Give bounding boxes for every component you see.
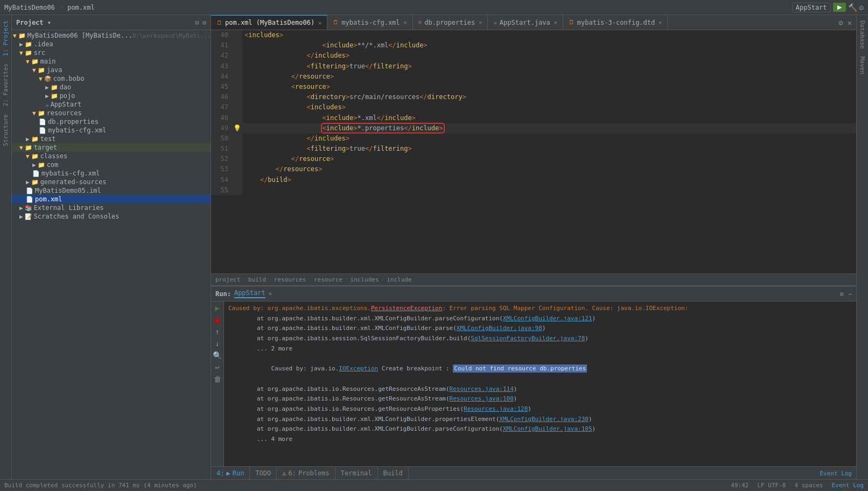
run-button[interactable]: ▶ bbox=[833, 3, 846, 12]
line-code-47: <includes> bbox=[242, 102, 856, 113]
link-xmlconfigbuilder-230[interactable]: XMLConfigBuilder.java:230 bbox=[499, 416, 589, 423]
breadcrumb-project[interactable]: project bbox=[215, 276, 240, 283]
collapse-all-icon[interactable]: ⊟ bbox=[195, 19, 199, 26]
settings-icon[interactable]: ⚙ bbox=[202, 19, 206, 26]
project-tool-tab[interactable]: 1: Project bbox=[1, 17, 10, 59]
structure-tool-tab[interactable]: Structure bbox=[1, 111, 10, 150]
run-wrap-btn[interactable]: ↩ bbox=[212, 362, 223, 373]
tree-item-main[interactable]: ▼ 📁 main bbox=[12, 57, 211, 66]
project-tree: ▼ 📁 MyBatisDemo06 [MyBatisDe... D:\works… bbox=[12, 30, 211, 479]
tree-item-appstart[interactable]: ☕ AppStart bbox=[12, 100, 211, 109]
tree-item-generated[interactable]: ▶ 📁 generated-sources bbox=[12, 178, 211, 186]
run-clear-btn[interactable]: 🗑 bbox=[212, 374, 223, 384]
tree-item-ext-libs[interactable]: ▶ 📚 External Libraries bbox=[12, 204, 211, 212]
event-log-status[interactable]: Event Log bbox=[831, 482, 864, 489]
tree-item-pom[interactable]: 📄 pom.xml bbox=[12, 195, 211, 204]
mybatis3-tab-close[interactable]: ✕ bbox=[659, 19, 662, 25]
run-output-line-4: at org.apache.ibatis.session.SqlSessionF… bbox=[228, 334, 852, 344]
run-filter-btn[interactable]: 🔍 bbox=[212, 350, 223, 361]
line-number-42: 42 bbox=[211, 51, 232, 61]
build-tab-label: Build bbox=[383, 469, 403, 477]
pom-tab-close[interactable]: ✕ bbox=[318, 20, 321, 26]
tree-item-target-mybatiscfg[interactable]: 📄 mybatis-cfg.xml bbox=[12, 169, 211, 178]
tree-item-scratches[interactable]: ▶ 📝 Scratches and Consoles bbox=[12, 212, 211, 221]
terminal-tab[interactable]: Terminal bbox=[335, 467, 378, 480]
status-position[interactable]: 49:42 bbox=[731, 482, 748, 489]
tab-mybatis-cfg[interactable]: 🗒 mybatis-cfg.xml ✕ bbox=[327, 15, 412, 30]
db-props-tab-close[interactable]: ✕ bbox=[479, 19, 482, 25]
tree-item-com[interactable]: ▶ 📁 com bbox=[12, 160, 211, 169]
tree-item-mybatiscfg[interactable]: 📄 mybatis-cfg.xml bbox=[12, 126, 211, 135]
run-minimize-icon[interactable]: − bbox=[848, 290, 852, 298]
link-ioexception[interactable]: IOException bbox=[339, 365, 378, 372]
maven-tool-tab[interactable]: Maven bbox=[858, 53, 867, 78]
gutter-47 bbox=[232, 102, 242, 113]
problems-tab-num: 6: bbox=[289, 469, 296, 477]
link-xmlconfigbuilder-121[interactable]: XMLConfigBuilder.java:121 bbox=[503, 315, 592, 322]
line-code-49: <include>*.properties</include> bbox=[242, 123, 856, 134]
tree-item-resources[interactable]: ▼ 📁 resources bbox=[12, 109, 211, 117]
tree-item-root[interactable]: ▼ 📁 MyBatisDemo06 [MyBatisDe... D:\works… bbox=[12, 31, 211, 40]
status-encoding[interactable]: LF UTF-8 bbox=[757, 482, 786, 489]
editor-settings-icon[interactable]: ⚙ bbox=[838, 18, 843, 27]
favorites-tool-tab[interactable]: 2: Favorites bbox=[1, 60, 10, 109]
line-code-43: <filtering>true</filtering> bbox=[242, 61, 856, 72]
run-play-btn[interactable]: ▶ bbox=[212, 303, 223, 313]
build-icon[interactable]: 🔨 bbox=[848, 3, 857, 12]
link-sqlsessionfactorybuilder-78[interactable]: SqlSessionFactoryBuilder.java:78 bbox=[471, 335, 585, 342]
breadcrumb-includes[interactable]: includes bbox=[351, 276, 379, 283]
title-separator: – bbox=[59, 4, 63, 11]
breadcrumb-resource[interactable]: resource bbox=[314, 276, 342, 283]
event-log-link[interactable]: Event Log bbox=[820, 470, 852, 477]
run-stop-btn[interactable]: ■ bbox=[212, 314, 223, 325]
tree-item-idea[interactable]: ▶ 📁 .idea bbox=[12, 40, 211, 48]
settings-icon[interactable]: ⚙ bbox=[859, 3, 864, 12]
todo-tab[interactable]: TODO bbox=[250, 467, 277, 480]
mybatis-cfg-tab-close[interactable]: ✕ bbox=[404, 19, 407, 25]
status-right: 49:42 LF UTF-8 4 spaces Event Log bbox=[731, 482, 864, 489]
build-tab[interactable]: Build bbox=[378, 467, 409, 480]
run-output-line-5: ... 2 more bbox=[228, 344, 852, 354]
code-line-50: 50 </includes> bbox=[211, 134, 856, 144]
run-tab-close[interactable]: ✕ bbox=[269, 290, 272, 297]
db-props-tab-label: db.properties bbox=[424, 19, 475, 26]
link-resources-114[interactable]: Resources.java:114 bbox=[450, 385, 514, 392]
link-resources-128[interactable]: Resources.java:128 bbox=[464, 405, 528, 412]
appstart-tab-close[interactable]: ✕ bbox=[554, 19, 557, 25]
tree-item-java[interactable]: ▼ 📁 java bbox=[12, 66, 211, 74]
breadcrumb-include[interactable]: include bbox=[387, 276, 411, 283]
run-settings-icon[interactable]: ⚙ bbox=[840, 290, 844, 298]
problems-tab[interactable]: ⚠ 6: Problems bbox=[277, 467, 335, 480]
run-output-line-6: Caused by: java.io.IOException Create br… bbox=[228, 354, 852, 384]
tree-item-target[interactable]: ▼ 📁 target bbox=[12, 143, 211, 152]
tree-item-src[interactable]: ▼ 📁 src bbox=[12, 48, 211, 57]
breadcrumb-build[interactable]: build bbox=[248, 276, 266, 283]
line-code-46: <directory>src/main/resources</directory… bbox=[242, 92, 856, 102]
link-xmlconfigbuilder-105[interactable]: XMLConfigBuilder.java:105 bbox=[503, 425, 592, 432]
tree-item-pojo[interactable]: ▶ 📁 pojo bbox=[12, 92, 211, 100]
tab-db-props[interactable]: ⚙ db.properties ✕ bbox=[413, 15, 488, 30]
close-editor-icon[interactable]: ✕ bbox=[848, 18, 852, 27]
tab-pom[interactable]: 🗒 pom.xml (MyBatisDemo06) ✕ bbox=[211, 15, 327, 30]
code-line-44: 44 </resource> bbox=[211, 72, 856, 82]
tree-item-iml[interactable]: 📄 MyBatisDemo05.iml bbox=[12, 186, 211, 195]
tree-item-combobo[interactable]: ▼ 📦 com.bobo bbox=[12, 74, 211, 83]
left-tool-panel: 1: Project 2: Favorites Structure bbox=[0, 15, 12, 479]
tree-item-test[interactable]: ▶ 📁 test bbox=[12, 135, 211, 143]
run-scroll-down-btn[interactable]: ↓ bbox=[212, 338, 223, 349]
tree-item-dao[interactable]: ▶ 📁 dao bbox=[12, 83, 211, 92]
breadcrumb-resources[interactable]: resources bbox=[274, 276, 306, 283]
run-tab[interactable]: 4: ▶ Run bbox=[211, 467, 250, 480]
database-tool-tab[interactable]: Database bbox=[858, 17, 867, 52]
link-resources-100[interactable]: Resources.java:100 bbox=[450, 395, 514, 402]
tab-mybatis3[interactable]: 🗒 mybatis-3-config.dtd ✕ bbox=[563, 15, 668, 30]
run-scroll-up-btn[interactable]: ↑ bbox=[212, 326, 223, 337]
tree-item-classes[interactable]: ▼ 📁 classes bbox=[12, 152, 211, 160]
line-number-48: 48 bbox=[211, 113, 232, 123]
run-app-tab[interactable]: AppStart bbox=[234, 289, 265, 298]
tree-item-dbprops[interactable]: 📄 db.properties bbox=[12, 117, 211, 126]
status-spaces[interactable]: 4 spaces bbox=[794, 482, 823, 489]
tab-appstart[interactable]: ☕ AppStart.java ✕ bbox=[488, 15, 563, 30]
link-xmlconfigbuilder-98[interactable]: XMLConfigBuilder.java:98 bbox=[457, 325, 542, 332]
code-editor[interactable]: 40 <includes> 41 <include>**/*.xml</incl… bbox=[211, 30, 856, 285]
